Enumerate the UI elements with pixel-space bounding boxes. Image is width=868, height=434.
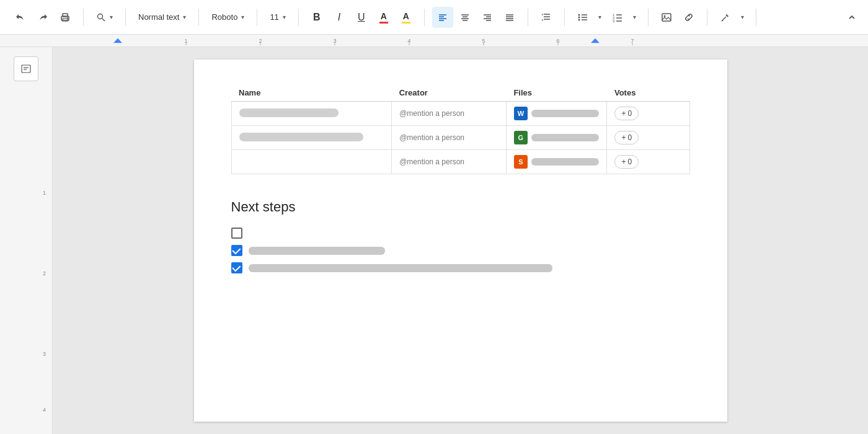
vote-button-2[interactable]: + 0 — [614, 131, 639, 144]
name-cell-3 — [231, 150, 392, 174]
sep9 — [648, 9, 649, 26]
sep2 — [125, 9, 126, 26]
file-bar-1 — [531, 110, 600, 117]
content-table: Name Creator Files Votes @mention a pers… — [231, 84, 690, 174]
bold-button[interactable]: B — [306, 7, 327, 28]
file-item-2: G — [514, 131, 600, 144]
ruler: 1 2 3 4 5 6 7 — [0, 35, 868, 47]
sep8 — [564, 9, 565, 26]
vote-button-1[interactable]: + 0 — [614, 107, 639, 120]
mention-text-1: @mention a person — [399, 109, 464, 118]
vote-count-3: 0 — [627, 157, 632, 166]
vote-plus-3: + — [621, 157, 626, 166]
italic-button[interactable]: I — [329, 7, 350, 28]
redo-button[interactable] — [32, 7, 53, 28]
svg-point-38 — [663, 15, 665, 17]
files-cell-3: S — [506, 150, 607, 174]
creator-cell-3[interactable]: @mention a person — [392, 150, 507, 174]
checklist-bar-3 — [249, 264, 552, 272]
undo-button[interactable] — [10, 7, 31, 28]
vote-button-3[interactable]: + 0 — [614, 155, 639, 169]
vote-count-1: 0 — [627, 109, 632, 118]
pen-group: ▾ — [712, 7, 751, 28]
svg-rect-58 — [22, 65, 30, 73]
outline-icon[interactable] — [14, 56, 38, 81]
numbered-dropdown[interactable]: ▾ — [629, 7, 640, 28]
svg-point-3 — [67, 17, 68, 19]
checklist — [231, 228, 690, 273]
files-cell-1: W — [506, 102, 607, 126]
underline-button[interactable]: U — [351, 7, 372, 28]
file-icon-docs: W — [514, 107, 528, 120]
left-sidebar: 1 2 3 4 — [0, 47, 53, 434]
name-placeholder-1 — [239, 108, 339, 117]
table-header-row: Name Creator Files Votes — [231, 84, 689, 102]
pen-button[interactable] — [715, 7, 736, 28]
svg-line-5 — [102, 19, 105, 21]
creator-cell-2[interactable]: @mention a person — [392, 126, 507, 150]
votes-cell-2: + 0 — [607, 126, 689, 150]
svg-rect-1 — [63, 14, 68, 17]
page-number-3: 3 — [43, 351, 46, 357]
col-files: Files — [506, 84, 607, 102]
svg-rect-2 — [63, 19, 68, 21]
main-area: 1 2 3 4 Name Creator Files Votes — [0, 47, 868, 434]
style-group: Normal text ▾ — [131, 7, 193, 28]
creator-cell-1[interactable]: @mention a person — [392, 102, 507, 126]
insert-image-button[interactable] — [656, 7, 677, 28]
mention-text-3: @mention a person — [399, 157, 464, 166]
sep11 — [756, 9, 756, 26]
page-number-1: 1 — [43, 190, 46, 196]
checkbox-3[interactable] — [231, 262, 242, 273]
sep10 — [707, 9, 707, 26]
checklist-item-2 — [231, 245, 690, 256]
name-placeholder-2 — [239, 133, 363, 141]
checklist-item-1 — [231, 228, 690, 239]
next-steps-title: Next steps — [231, 199, 690, 215]
format-group: B I U A A — [304, 7, 419, 28]
text-color-icon: A — [379, 11, 388, 24]
file-item-3: S — [514, 155, 600, 169]
text-color-button[interactable]: A — [373, 7, 394, 28]
numbered-list-button[interactable]: 123 — [607, 7, 628, 28]
highlight-button[interactable]: A — [396, 7, 417, 28]
name-cell-2 — [231, 126, 392, 150]
checkbox-2[interactable] — [231, 245, 242, 256]
style-label: Normal text — [138, 12, 179, 22]
table-row: @mention a person G + 0 — [231, 126, 689, 150]
pen-dropdown[interactable]: ▾ — [737, 7, 748, 28]
sep6 — [424, 9, 425, 26]
font-group: Roboto ▾ — [204, 7, 252, 28]
align-justify-button[interactable] — [499, 7, 520, 28]
bullet-dropdown[interactable]: ▾ — [595, 7, 606, 28]
page-number-2: 2 — [43, 270, 46, 277]
zoom-dropdown[interactable]: ▾ — [91, 7, 118, 28]
style-dropdown[interactable]: Normal text ▾ — [133, 7, 191, 28]
line-spacing-button[interactable] — [536, 7, 557, 28]
highlight-icon: A — [402, 11, 410, 24]
insert-link-button[interactable] — [678, 7, 699, 28]
name-cell-1 — [231, 102, 392, 126]
next-steps-section: Next steps — [231, 199, 690, 273]
print-button[interactable] — [55, 7, 76, 28]
align-group — [430, 7, 523, 28]
bold-icon: B — [313, 12, 321, 23]
table-row: @mention a person W + 0 — [231, 102, 689, 126]
align-right-button[interactable] — [477, 7, 498, 28]
spacing-group — [533, 7, 559, 28]
size-group: 11 ▾ — [262, 7, 293, 28]
checkbox-1[interactable] — [231, 228, 242, 239]
collapse-toolbar-button[interactable] — [843, 9, 861, 26]
font-dropdown[interactable]: Roboto ▾ — [206, 7, 249, 28]
size-dropdown[interactable]: 11 ▾ — [265, 7, 290, 28]
svg-point-4 — [98, 14, 103, 19]
insert-group — [653, 7, 702, 28]
align-left-button[interactable] — [432, 7, 453, 28]
file-icon-sheets: G — [514, 131, 528, 144]
style-arrow: ▾ — [183, 14, 186, 20]
zoom-arrow: ▾ — [110, 14, 113, 20]
align-center-button[interactable] — [454, 7, 476, 28]
svg-point-27 — [578, 19, 580, 20]
bullet-list-button[interactable] — [572, 7, 593, 28]
table-row: @mention a person S + 0 — [231, 150, 689, 174]
